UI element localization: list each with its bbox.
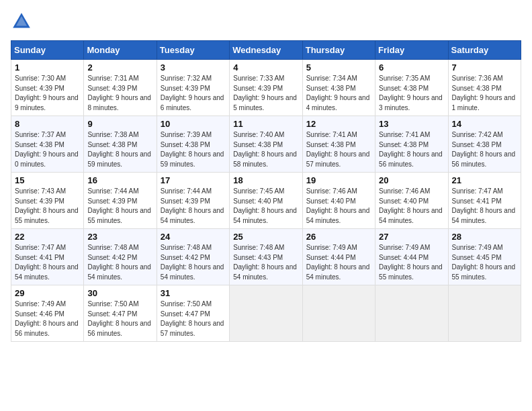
calendar-table: SundayMondayTuesdayWednesdayThursdayFrid… <box>11 40 521 342</box>
day-info: Sunrise: 7:48 AM Sunset: 4:42 PM Dayligh… <box>87 243 152 282</box>
day-number: 27 <box>379 232 444 242</box>
day-info: Sunrise: 7:50 AM Sunset: 4:47 PM Dayligh… <box>161 300 226 338</box>
day-number: 6 <box>379 62 444 73</box>
day-number: 17 <box>161 175 226 185</box>
calendar-cell <box>375 285 448 342</box>
day-info: Sunrise: 7:48 AM Sunset: 4:43 PM Dayligh… <box>233 243 298 282</box>
day-number: 20 <box>379 175 444 185</box>
logo-icon <box>11 11 32 32</box>
calendar-cell: 6 Sunrise: 7:35 AM Sunset: 4:38 PM Dayli… <box>375 60 448 116</box>
day-info: Sunrise: 7:41 AM Sunset: 4:38 PM Dayligh… <box>306 130 371 169</box>
calendar-week-5: 29 Sunrise: 7:49 AM Sunset: 4:46 PM Dayl… <box>11 285 521 342</box>
day-info: Sunrise: 7:30 AM Sunset: 4:39 PM Dayligh… <box>15 74 80 113</box>
day-number: 29 <box>15 288 80 298</box>
day-info: Sunrise: 7:47 AM Sunset: 4:41 PM Dayligh… <box>15 243 80 282</box>
calendar-cell: 3 Sunrise: 7:32 AM Sunset: 4:39 PM Dayli… <box>157 60 229 116</box>
calendar-cell: 27 Sunrise: 7:49 AM Sunset: 4:44 PM Dayl… <box>375 229 448 285</box>
calendar-cell: 20 Sunrise: 7:46 AM Sunset: 4:40 PM Dayl… <box>375 173 448 229</box>
day-info: Sunrise: 7:39 AM Sunset: 4:38 PM Dayligh… <box>161 130 226 169</box>
day-info: Sunrise: 7:42 AM Sunset: 4:38 PM Dayligh… <box>452 130 517 169</box>
day-info: Sunrise: 7:31 AM Sunset: 4:39 PM Dayligh… <box>87 74 152 113</box>
calendar-week-3: 15 Sunrise: 7:43 AM Sunset: 4:39 PM Dayl… <box>11 173 521 229</box>
calendar-cell: 17 Sunrise: 7:44 AM Sunset: 4:39 PM Dayl… <box>157 173 229 229</box>
calendar-cell: 25 Sunrise: 7:48 AM Sunset: 4:43 PM Dayl… <box>230 229 302 285</box>
calendar-cell: 1 Sunrise: 7:30 AM Sunset: 4:39 PM Dayli… <box>11 60 84 116</box>
day-info: Sunrise: 7:49 AM Sunset: 4:46 PM Dayligh… <box>15 300 80 338</box>
day-number: 25 <box>233 232 298 242</box>
calendar-cell: 30 Sunrise: 7:50 AM Sunset: 4:47 PM Dayl… <box>84 285 157 342</box>
day-number: 5 <box>306 62 371 73</box>
day-info: Sunrise: 7:35 AM Sunset: 4:38 PM Dayligh… <box>379 74 444 113</box>
day-info: Sunrise: 7:49 AM Sunset: 4:44 PM Dayligh… <box>306 243 371 282</box>
calendar-cell: 5 Sunrise: 7:34 AM Sunset: 4:38 PM Dayli… <box>302 60 375 116</box>
day-info: Sunrise: 7:32 AM Sunset: 4:39 PM Dayligh… <box>161 74 226 113</box>
day-number: 16 <box>87 175 152 185</box>
day-number: 14 <box>452 119 517 129</box>
calendar-cell: 2 Sunrise: 7:31 AM Sunset: 4:39 PM Dayli… <box>84 60 157 116</box>
calendar-cell: 31 Sunrise: 7:50 AM Sunset: 4:47 PM Dayl… <box>157 285 229 342</box>
calendar-cell <box>448 285 521 342</box>
day-number: 8 <box>15 119 80 129</box>
day-info: Sunrise: 7:45 AM Sunset: 4:40 PM Dayligh… <box>233 187 298 226</box>
day-info: Sunrise: 7:46 AM Sunset: 4:40 PM Dayligh… <box>306 187 371 226</box>
weekday-header-sunday: Sunday <box>11 41 84 60</box>
day-info: Sunrise: 7:47 AM Sunset: 4:41 PM Dayligh… <box>452 187 517 226</box>
calendar-cell: 18 Sunrise: 7:45 AM Sunset: 4:40 PM Dayl… <box>230 173 302 229</box>
day-info: Sunrise: 7:49 AM Sunset: 4:44 PM Dayligh… <box>379 243 444 282</box>
calendar-cell: 15 Sunrise: 7:43 AM Sunset: 4:39 PM Dayl… <box>11 173 84 229</box>
day-info: Sunrise: 7:50 AM Sunset: 4:47 PM Dayligh… <box>87 300 152 338</box>
day-info: Sunrise: 7:44 AM Sunset: 4:39 PM Dayligh… <box>161 187 226 226</box>
day-number: 4 <box>233 62 298 73</box>
day-info: Sunrise: 7:41 AM Sunset: 4:38 PM Dayligh… <box>379 130 444 169</box>
calendar-cell: 8 Sunrise: 7:37 AM Sunset: 4:38 PM Dayli… <box>11 116 84 173</box>
day-info: Sunrise: 7:43 AM Sunset: 4:39 PM Dayligh… <box>15 187 80 226</box>
logo <box>11 11 35 32</box>
calendar-cell: 13 Sunrise: 7:41 AM Sunset: 4:38 PM Dayl… <box>375 116 448 173</box>
calendar-cell: 4 Sunrise: 7:33 AM Sunset: 4:39 PM Dayli… <box>230 60 302 116</box>
day-number: 15 <box>15 175 80 185</box>
calendar-cell <box>302 285 375 342</box>
day-number: 10 <box>161 119 226 129</box>
weekday-header-monday: Monday <box>84 41 157 60</box>
calendar-week-4: 22 Sunrise: 7:47 AM Sunset: 4:41 PM Dayl… <box>11 229 521 285</box>
day-number: 26 <box>306 232 371 242</box>
day-info: Sunrise: 7:33 AM Sunset: 4:39 PM Dayligh… <box>233 74 298 113</box>
day-info: Sunrise: 7:38 AM Sunset: 4:38 PM Dayligh… <box>87 130 152 169</box>
day-info: Sunrise: 7:36 AM Sunset: 4:38 PM Dayligh… <box>452 74 517 113</box>
day-info: Sunrise: 7:46 AM Sunset: 4:40 PM Dayligh… <box>379 187 444 226</box>
page-header <box>11 11 521 32</box>
calendar-week-2: 8 Sunrise: 7:37 AM Sunset: 4:38 PM Dayli… <box>11 116 521 173</box>
day-number: 22 <box>15 232 80 242</box>
weekday-header-tuesday: Tuesday <box>157 41 229 60</box>
calendar-cell: 10 Sunrise: 7:39 AM Sunset: 4:38 PM Dayl… <box>157 116 229 173</box>
day-info: Sunrise: 7:34 AM Sunset: 4:38 PM Dayligh… <box>306 74 371 113</box>
day-number: 21 <box>452 175 517 185</box>
calendar-cell: 9 Sunrise: 7:38 AM Sunset: 4:38 PM Dayli… <box>84 116 157 173</box>
calendar-cell: 7 Sunrise: 7:36 AM Sunset: 4:38 PM Dayli… <box>448 60 521 116</box>
weekday-header-friday: Friday <box>375 41 448 60</box>
day-info: Sunrise: 7:44 AM Sunset: 4:39 PM Dayligh… <box>87 187 152 226</box>
day-number: 12 <box>306 119 371 129</box>
calendar-cell: 21 Sunrise: 7:47 AM Sunset: 4:41 PM Dayl… <box>448 173 521 229</box>
calendar-cell: 24 Sunrise: 7:48 AM Sunset: 4:42 PM Dayl… <box>157 229 229 285</box>
calendar-cell: 26 Sunrise: 7:49 AM Sunset: 4:44 PM Dayl… <box>302 229 375 285</box>
weekday-header-saturday: Saturday <box>448 41 521 60</box>
calendar-cell: 23 Sunrise: 7:48 AM Sunset: 4:42 PM Dayl… <box>84 229 157 285</box>
day-number: 2 <box>87 62 152 73</box>
calendar-cell: 22 Sunrise: 7:47 AM Sunset: 4:41 PM Dayl… <box>11 229 84 285</box>
calendar-cell: 16 Sunrise: 7:44 AM Sunset: 4:39 PM Dayl… <box>84 173 157 229</box>
day-number: 1 <box>15 62 80 73</box>
day-number: 13 <box>379 119 444 129</box>
day-info: Sunrise: 7:49 AM Sunset: 4:45 PM Dayligh… <box>452 243 517 282</box>
day-info: Sunrise: 7:48 AM Sunset: 4:42 PM Dayligh… <box>161 243 226 282</box>
day-number: 19 <box>306 175 371 185</box>
day-number: 11 <box>233 119 298 129</box>
day-info: Sunrise: 7:37 AM Sunset: 4:38 PM Dayligh… <box>15 130 80 169</box>
day-number: 24 <box>161 232 226 242</box>
day-number: 7 <box>452 62 517 73</box>
calendar-header-row: SundayMondayTuesdayWednesdayThursdayFrid… <box>11 41 521 60</box>
day-number: 9 <box>87 119 152 129</box>
day-number: 31 <box>161 288 226 298</box>
day-number: 18 <box>233 175 298 185</box>
day-number: 28 <box>452 232 517 242</box>
